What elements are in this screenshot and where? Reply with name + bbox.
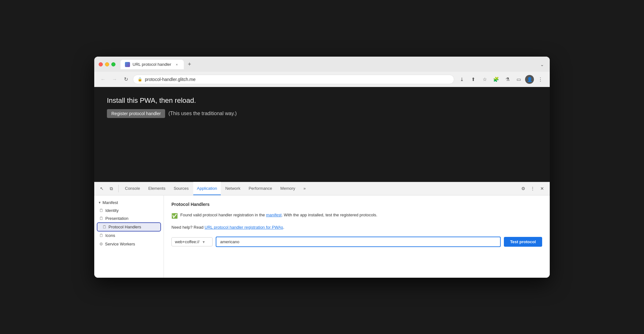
doc-icon: 🗒: [99, 216, 103, 221]
test-protocol-button[interactable]: Test protocol: [504, 237, 542, 247]
tab-elements[interactable]: Elements: [145, 182, 169, 195]
select-arrow-icon: ▼: [202, 240, 205, 244]
devtools-toolbar: ↖ ⧉ Console Elements Sources Application…: [94, 182, 550, 195]
back-button[interactable]: ←: [99, 75, 108, 84]
sidebar-item-icons[interactable]: 🗒 Icons: [94, 232, 164, 239]
forward-button[interactable]: →: [110, 75, 119, 84]
tab-memory[interactable]: Memory: [276, 182, 299, 195]
toolbar-icons: ⤓ ⬆ ☆ 🧩 ⚗ ▭ 👤 ⋮: [457, 74, 545, 84]
tab-performance[interactable]: Performance: [245, 182, 276, 195]
close-button[interactable]: [99, 62, 103, 66]
devtools-main-panel: Protocol Handlers ✅ Found valid protocol…: [164, 195, 550, 278]
pwa-install-text: Install this PWA, then reload.: [107, 96, 537, 105]
profile-icon[interactable]: 👤: [525, 75, 534, 84]
service-workers-label: Service Workers: [105, 242, 135, 246]
sidebar-item-identity[interactable]: 🗒 Identity: [94, 207, 164, 214]
icons-label: Icons: [105, 233, 115, 238]
extensions-icon[interactable]: 🧩: [491, 74, 501, 84]
traditional-text: (This uses the traditional way.): [168, 111, 237, 116]
protocol-input[interactable]: [216, 237, 501, 247]
tab-more[interactable]: »: [300, 182, 309, 195]
status-text: Found valid protocol handler registratio…: [180, 212, 377, 218]
manifest-link[interactable]: manifest: [266, 213, 282, 217]
tabs-row: URL protocol handler × + ⌄: [121, 60, 545, 69]
tab-network[interactable]: Network: [221, 182, 244, 195]
minimize-button[interactable]: [105, 62, 109, 66]
toolbar-separator: [118, 185, 119, 192]
presentation-label: Presentation: [105, 216, 128, 221]
tab-application[interactable]: Application: [193, 182, 221, 195]
maximize-button[interactable]: [111, 62, 115, 66]
star-icon[interactable]: ☆: [480, 74, 490, 84]
browser-window: URL protocol handler × + ⌄ ← → ↻ 🔒 proto…: [94, 57, 550, 278]
help-row: Need help? Read URL protocol handler reg…: [171, 224, 542, 231]
tab-favicon: [125, 62, 130, 67]
devtools-right-icons: ⚙ ⋮ ✕: [519, 184, 547, 193]
address-text: protocol-handler.glitch.me: [145, 77, 195, 82]
sidebar-item-protocol-handlers[interactable]: 🗒 Protocol Handlers: [97, 222, 161, 232]
page-content: Install this PWA, then reload. Register …: [94, 87, 550, 182]
devtools-settings-icon[interactable]: ⚙: [519, 184, 528, 193]
split-view-icon[interactable]: ▭: [514, 74, 524, 84]
share-icon[interactable]: ⬆: [468, 74, 478, 84]
service-workers-group: ⚙ Service Workers: [94, 240, 164, 248]
title-bar: URL protocol handler × + ⌄: [94, 57, 550, 72]
status-row: ✅ Found valid protocol handler registrat…: [171, 212, 542, 220]
devtools-close-icon[interactable]: ✕: [538, 184, 547, 193]
manifest-group: ▼ Manifest 🗒 Identity 🗒 Presentation 🗒 P…: [94, 199, 164, 239]
gear-icon: ⚙: [99, 242, 103, 246]
manifest-label: Manifest: [102, 200, 118, 205]
device-toolbar-icon[interactable]: ⧉: [107, 184, 116, 193]
browser-tab[interactable]: URL protocol handler ×: [121, 60, 184, 69]
devtools-panel: ↖ ⧉ Console Elements Sources Application…: [94, 182, 550, 278]
devtools-body: ▼ Manifest 🗒 Identity 🗒 Presentation 🗒 P…: [94, 195, 550, 278]
tab-dropdown-button[interactable]: ⌄: [540, 62, 544, 67]
tab-console[interactable]: Console: [121, 182, 144, 195]
protocol-option-text: web+coffee://: [175, 239, 199, 244]
flask-icon[interactable]: ⚗: [502, 74, 512, 84]
doc-icon: 🗒: [99, 208, 103, 213]
devtools-sidebar: ▼ Manifest 🗒 Identity 🗒 Presentation 🗒 P…: [94, 195, 164, 278]
address-bar[interactable]: 🔒 protocol-handler.glitch.me: [133, 75, 454, 84]
new-tab-button[interactable]: +: [185, 60, 194, 69]
menu-icon[interactable]: ⋮: [535, 74, 545, 84]
identity-label: Identity: [105, 208, 119, 213]
tab-title: URL protocol handler: [133, 62, 172, 67]
doc-icon: 🗒: [99, 233, 103, 238]
protocol-select[interactable]: web+coffee:// ▼: [171, 237, 213, 246]
panel-title: Protocol Handlers: [171, 202, 542, 207]
inspector-icon[interactable]: ↖: [97, 184, 106, 193]
lock-icon: 🔒: [138, 77, 142, 82]
protocol-handlers-label: Protocol Handlers: [108, 225, 141, 229]
devtools-more-icon[interactable]: ⋮: [528, 184, 537, 193]
register-protocol-button[interactable]: Register protocol handler: [107, 109, 165, 118]
traffic-lights: [99, 62, 115, 66]
protocol-test-row: web+coffee:// ▼ Test protocol: [171, 237, 542, 247]
reload-button[interactable]: ↻: [121, 75, 130, 84]
manifest-group-header[interactable]: ▼ Manifest: [94, 199, 164, 207]
pwa-doc-link[interactable]: URL protocol handler registration for PW…: [205, 225, 283, 230]
expand-arrow: ▼: [98, 201, 101, 204]
sidebar-item-presentation[interactable]: 🗒 Presentation: [94, 214, 164, 222]
omnibar: ← → ↻ 🔒 protocol-handler.glitch.me ⤓ ⬆ ☆…: [94, 72, 550, 87]
tab-close-button[interactable]: ×: [174, 62, 179, 67]
download-icon[interactable]: ⤓: [457, 74, 467, 84]
tab-sources[interactable]: Sources: [170, 182, 193, 195]
doc-icon: 🗒: [102, 225, 107, 229]
title-bar-top: URL protocol handler × + ⌄: [99, 60, 545, 69]
check-circle-icon: ✅: [171, 212, 178, 220]
sidebar-item-service-workers[interactable]: ⚙ Service Workers: [94, 240, 164, 248]
